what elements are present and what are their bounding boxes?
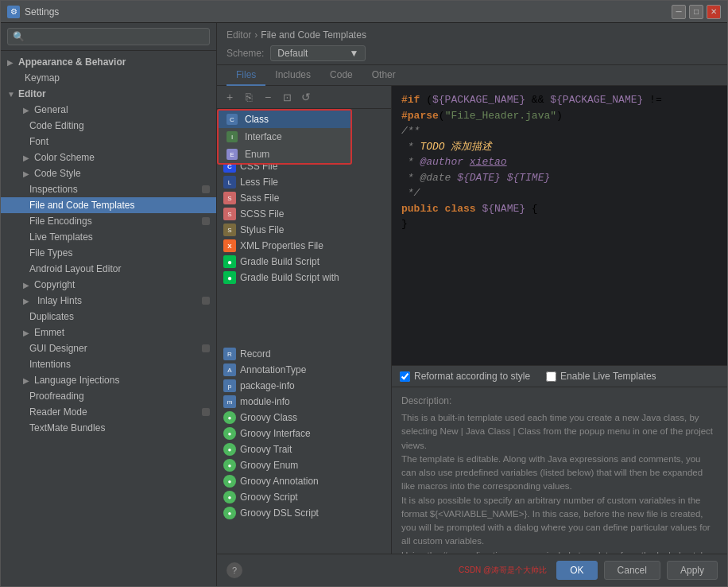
list-item[interactable]: m module-info	[217, 394, 391, 410]
ok-button[interactable]: OK	[556, 561, 597, 580]
groovy-trait-icon: ●	[223, 443, 236, 456]
sidebar-item-font[interactable]: Font	[1, 134, 216, 150]
sidebar-item-label: File Encodings	[29, 216, 92, 227]
badge-icon	[202, 217, 210, 225]
sidebar-item-code-style[interactable]: ▶ Code Style	[1, 165, 216, 181]
list-item[interactable]: A AnnotationType	[217, 362, 391, 378]
sidebar-item-label: Code Editing	[29, 120, 84, 131]
list-item[interactable]: ● Gradle Build Script	[217, 254, 391, 270]
list-item[interactable]: ● Groovy Script	[217, 489, 391, 505]
code-line-9: }	[401, 216, 718, 232]
sidebar-item-android-layout[interactable]: Android Layout Editor	[1, 261, 216, 277]
dropdown-item-enum[interactable]: E Enum	[219, 146, 350, 163]
list-item[interactable]: p package-info	[217, 378, 391, 394]
file-item-label: module-info	[240, 396, 290, 407]
cancel-button[interactable]: Cancel	[604, 561, 660, 580]
sidebar-item-file-encodings[interactable]: File Encodings	[1, 213, 216, 229]
minimize-button[interactable]: ─	[672, 5, 686, 19]
tab-files[interactable]: Files	[227, 65, 265, 86]
sidebar-item-file-types[interactable]: File Types	[1, 245, 216, 261]
groovy-annotation-icon: ●	[223, 475, 236, 488]
window-icon: ⚙	[7, 6, 20, 18]
sidebar-item-appearance[interactable]: ▶ Appearance & Behavior	[1, 54, 216, 70]
file-item-label: Groovy Script	[240, 492, 298, 503]
sidebar-item-proofreading[interactable]: Proofreading	[1, 388, 216, 404]
remove-template-button[interactable]: −	[260, 89, 276, 105]
list-item[interactable]: ● Groovy Class	[217, 410, 391, 426]
add-template-button[interactable]: +	[222, 89, 238, 105]
sidebar-item-keymap[interactable]: Keymap	[1, 70, 216, 86]
main-content: ▶ Appearance & Behavior Keymap ▼ Editor …	[1, 23, 727, 586]
file-item-label: SCSS File	[240, 208, 284, 220]
sidebar-item-language-injections[interactable]: ▶ Language Injections	[1, 372, 216, 388]
tab-other[interactable]: Other	[362, 65, 405, 86]
sidebar-item-label: Android Layout Editor	[29, 263, 121, 274]
sidebar-item-live-templates[interactable]: Live Templates	[1, 229, 216, 245]
sidebar-item-textmate[interactable]: TextMate Bundles	[1, 420, 216, 436]
sidebar-item-label: Font	[29, 136, 48, 147]
list-item[interactable]: S Sass File	[217, 190, 391, 206]
sidebar-item-code-editing[interactable]: Code Editing	[1, 118, 216, 134]
list-item[interactable]: R Record	[217, 346, 391, 362]
interface-icon: I	[227, 131, 238, 142]
gradle-icon: ●	[223, 271, 236, 284]
list-item[interactable]: L Less File	[217, 174, 391, 190]
xml-icon: X	[223, 239, 236, 252]
sidebar-item-intentions[interactable]: Intentions	[1, 356, 216, 372]
sidebar-item-emmet[interactable]: ▶ Emmet	[1, 325, 216, 340]
file-item-label: Sass File	[240, 192, 279, 204]
expand-arrow: ▶	[23, 154, 33, 162]
sidebar-item-inspections[interactable]: Inspections	[1, 181, 216, 197]
apply-button[interactable]: Apply	[667, 561, 718, 580]
sidebar-item-copyright[interactable]: ▶ Copyright	[1, 277, 216, 293]
sidebar-item-color-scheme[interactable]: ▶ Color Scheme	[1, 150, 216, 165]
list-item[interactable]: ● Gradle Build Script with	[217, 270, 391, 286]
sidebar-item-editor[interactable]: ▼ Editor	[1, 86, 216, 102]
help-button[interactable]: ?	[227, 562, 242, 578]
expand-arrow: ▶	[23, 281, 33, 290]
groovy-class-icon: ●	[223, 411, 236, 424]
sidebar-item-label: Emmet	[34, 327, 64, 338]
code-line-6: * @date ${DATE} ${TIME}	[401, 170, 718, 186]
dropdown-item-interface[interactable]: I Interface	[219, 128, 350, 146]
live-templates-checkbox[interactable]	[546, 371, 556, 382]
sidebar-item-gui-designer[interactable]: GUI Designer	[1, 340, 216, 356]
dropdown-item-label: Enum	[245, 149, 269, 160]
scheme-select[interactable]: Default ▼	[270, 45, 366, 61]
tab-includes[interactable]: Includes	[265, 65, 320, 86]
expand-arrow: ▶	[23, 376, 33, 385]
list-item[interactable]: S SCSS File	[217, 206, 391, 222]
list-item[interactable]: X XML Properties File	[217, 238, 391, 254]
list-item[interactable]: ● Groovy Enum	[217, 457, 391, 473]
code-line-8: public class ${NAME} {	[401, 201, 718, 217]
search-input[interactable]	[7, 28, 210, 45]
list-item[interactable]: ● Groovy Annotation	[217, 473, 391, 489]
sidebar-item-duplicates[interactable]: Duplicates	[1, 309, 216, 325]
file-item-label: XML Properties File	[240, 240, 323, 251]
breadcrumb-current: File and Code Templates	[261, 29, 366, 41]
reformat-checkbox[interactable]	[400, 371, 410, 382]
maximize-button[interactable]: □	[689, 5, 703, 19]
copy-template-button[interactable]: ⎘	[241, 89, 257, 105]
live-templates-checkbox-label[interactable]: Enable Live Templates	[546, 371, 656, 382]
list-item[interactable]: ● Groovy Trait	[217, 441, 391, 457]
expand-arrow: ▶	[23, 106, 33, 115]
code-editor[interactable]: #if (${PACKAGE_NAME} && ${PACKAGE_NAME} …	[392, 86, 727, 365]
duplicate-template-button[interactable]: ⊡	[279, 89, 295, 105]
dropdown-item-class[interactable]: C Class	[219, 111, 350, 128]
sidebar-item-general[interactable]: ▶ General	[1, 102, 216, 118]
reformat-checkbox-label[interactable]: Reformat according to style	[400, 371, 530, 382]
sidebar-item-reader-mode[interactable]: Reader Mode	[1, 404, 216, 420]
list-item[interactable]: ● Groovy Interface	[217, 426, 391, 441]
breadcrumb-arrow: ›	[254, 29, 258, 41]
list-item[interactable]: ● Groovy DSL Script	[217, 505, 391, 521]
close-button[interactable]: ✕	[707, 5, 721, 19]
sidebar-item-file-templates[interactable]: File and Code Templates	[1, 197, 216, 213]
reset-template-button[interactable]: ↺	[298, 89, 314, 105]
breadcrumb-part1: Editor	[227, 29, 251, 41]
file-list: H HTML File H HTML4 File H XHTML File	[217, 109, 391, 554]
list-item[interactable]: S Stylus File	[217, 222, 391, 238]
sidebar-item-label: Reader Mode	[29, 406, 87, 418]
tab-code[interactable]: Code	[320, 65, 362, 86]
sidebar-item-inlay-hints[interactable]: ▶ Inlay Hints	[1, 293, 216, 309]
